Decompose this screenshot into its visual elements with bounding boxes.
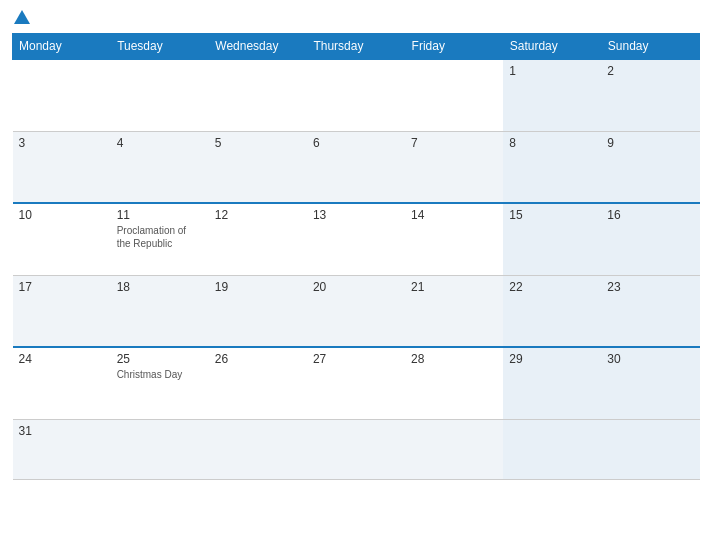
day-cell: 15 (503, 203, 601, 275)
day-number: 27 (313, 352, 399, 366)
day-cell: 16 (601, 203, 699, 275)
event-text: Christmas Day (117, 368, 203, 381)
week-row-5: 2425Christmas Day2627282930 (13, 347, 700, 419)
weekday-header-monday: Monday (13, 34, 111, 60)
day-cell: 5 (209, 131, 307, 203)
day-cell (111, 59, 209, 131)
day-number: 30 (607, 352, 693, 366)
day-cell (405, 419, 503, 479)
day-cell: 17 (13, 275, 111, 347)
week-row-1: 12 (13, 59, 700, 131)
day-number: 28 (411, 352, 497, 366)
day-cell (307, 59, 405, 131)
day-number: 6 (313, 136, 399, 150)
day-cell: 1 (503, 59, 601, 131)
day-cell: 22 (503, 275, 601, 347)
day-number: 15 (509, 208, 595, 222)
day-cell: 18 (111, 275, 209, 347)
day-cell: 19 (209, 275, 307, 347)
calendar-table: MondayTuesdayWednesdayThursdayFridaySatu… (12, 33, 700, 480)
week-row-4: 17181920212223 (13, 275, 700, 347)
weekday-header-tuesday: Tuesday (111, 34, 209, 60)
day-cell (503, 419, 601, 479)
day-number: 10 (19, 208, 105, 222)
day-number: 9 (607, 136, 693, 150)
day-cell: 21 (405, 275, 503, 347)
day-cell: 20 (307, 275, 405, 347)
weekday-header-row: MondayTuesdayWednesdayThursdayFridaySatu… (13, 34, 700, 60)
day-number: 19 (215, 280, 301, 294)
day-number: 23 (607, 280, 693, 294)
day-cell (209, 59, 307, 131)
day-cell: 6 (307, 131, 405, 203)
day-number: 20 (313, 280, 399, 294)
weekday-header-wednesday: Wednesday (209, 34, 307, 60)
weekday-header-saturday: Saturday (503, 34, 601, 60)
day-number: 7 (411, 136, 497, 150)
day-cell: 23 (601, 275, 699, 347)
day-cell: 2 (601, 59, 699, 131)
calendar-header (12, 10, 700, 25)
day-number: 1 (509, 64, 595, 78)
day-number: 2 (607, 64, 693, 78)
day-cell: 31 (13, 419, 111, 479)
day-cell: 27 (307, 347, 405, 419)
day-number: 5 (215, 136, 301, 150)
day-cell: 28 (405, 347, 503, 419)
week-row-2: 3456789 (13, 131, 700, 203)
day-number: 29 (509, 352, 595, 366)
day-number: 26 (215, 352, 301, 366)
day-number: 31 (19, 424, 105, 438)
day-cell: 29 (503, 347, 601, 419)
calendar-container: MondayTuesdayWednesdayThursdayFridaySatu… (0, 0, 712, 550)
weekday-header-sunday: Sunday (601, 34, 699, 60)
day-cell: 7 (405, 131, 503, 203)
day-number: 16 (607, 208, 693, 222)
day-number: 18 (117, 280, 203, 294)
day-number: 8 (509, 136, 595, 150)
day-cell: 10 (13, 203, 111, 275)
logo-triangle-icon (14, 10, 30, 24)
day-number: 17 (19, 280, 105, 294)
day-number: 13 (313, 208, 399, 222)
day-number: 11 (117, 208, 203, 222)
day-number: 3 (19, 136, 105, 150)
day-cell: 3 (13, 131, 111, 203)
day-cell: 30 (601, 347, 699, 419)
day-cell: 12 (209, 203, 307, 275)
day-cell (307, 419, 405, 479)
day-number: 24 (19, 352, 105, 366)
weekday-header-thursday: Thursday (307, 34, 405, 60)
day-cell (111, 419, 209, 479)
day-cell: 14 (405, 203, 503, 275)
day-cell: 4 (111, 131, 209, 203)
day-cell: 26 (209, 347, 307, 419)
day-cell: 13 (307, 203, 405, 275)
day-cell: 24 (13, 347, 111, 419)
logo (12, 10, 30, 25)
day-number: 12 (215, 208, 301, 222)
event-text: Proclamation of the Republic (117, 224, 203, 250)
week-row-3: 1011Proclamation of the Republic12131415… (13, 203, 700, 275)
day-number: 4 (117, 136, 203, 150)
day-cell: 25Christmas Day (111, 347, 209, 419)
day-cell: 9 (601, 131, 699, 203)
day-number: 21 (411, 280, 497, 294)
day-cell (405, 59, 503, 131)
day-cell (13, 59, 111, 131)
day-number: 25 (117, 352, 203, 366)
day-cell: 11Proclamation of the Republic (111, 203, 209, 275)
day-cell: 8 (503, 131, 601, 203)
week-row-6: 31 (13, 419, 700, 479)
weekday-header-friday: Friday (405, 34, 503, 60)
day-cell (601, 419, 699, 479)
day-cell (209, 419, 307, 479)
day-number: 14 (411, 208, 497, 222)
day-number: 22 (509, 280, 595, 294)
